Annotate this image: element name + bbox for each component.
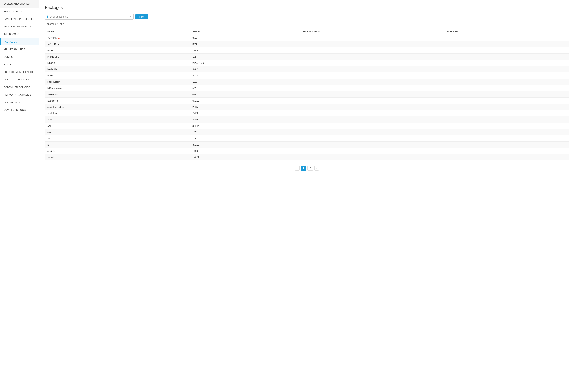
table-row[interactable]: alsa-lib1.0.22: [45, 154, 569, 161]
table-row[interactable]: audit2.4.5: [45, 116, 569, 123]
package-architecture: [300, 104, 445, 110]
sort-icon-publisher: ↑↓: [459, 30, 462, 33]
pagination-page-1[interactable]: 1: [301, 166, 306, 171]
sidebar-item-interfaces[interactable]: INTERFACES: [0, 30, 39, 38]
table-body: PyYAML▲3.10MAKEDEV3.24bzip21.0.5bridge-u…: [45, 35, 569, 161]
package-publisher: [445, 104, 569, 110]
clear-icon[interactable]: ✕: [129, 15, 132, 18]
package-architecture: [300, 135, 445, 142]
package-name: b43-openfwwf: [45, 85, 190, 91]
package-publisher: [445, 123, 569, 129]
package-name: avahi-libs: [45, 91, 190, 98]
table-row[interactable]: PyYAML▲3.10: [45, 35, 569, 41]
sort-icon-name: ↑↓: [55, 30, 57, 33]
package-name: audit: [45, 116, 190, 123]
package-publisher: [445, 79, 569, 85]
table-row[interactable]: binutils2.20.51.0.2: [45, 60, 569, 66]
package-version: 5.2: [190, 85, 300, 91]
main-content: Packages ℹ ✕ Filter Displaying 22 of 22 …: [39, 0, 575, 392]
pagination-next[interactable]: ›: [314, 166, 319, 171]
package-version: 3.24: [190, 41, 300, 47]
package-version: 3.1.10: [190, 142, 300, 148]
pagination: ‹12›: [45, 166, 569, 171]
package-architecture: [300, 54, 445, 60]
table-row[interactable]: atop1.27: [45, 129, 569, 135]
package-architecture: [300, 60, 445, 66]
filter-bar: ℹ ✕ Filter: [45, 14, 569, 20]
package-architecture: [300, 116, 445, 123]
table-row[interactable]: bridge-utils1.2: [45, 54, 569, 60]
sidebar-item-enforcement-health[interactable]: ENFORCEMENT HEALTH: [0, 68, 39, 76]
table-row[interactable]: attr2.4.44: [45, 123, 569, 129]
col-header-version[interactable]: Version ↑↓: [190, 28, 300, 35]
sidebar-item-network-anomalies[interactable]: NETWORK ANOMALIES: [0, 91, 39, 98]
sidebar-item-container-policies[interactable]: CONTAINER POLICIES: [0, 83, 39, 91]
col-header-publisher[interactable]: Publisher ↑↓: [445, 28, 569, 35]
sort-icon-architecture: ↑↓: [318, 30, 320, 33]
sidebar-item-concrete-policies[interactable]: CONCRETE POLICIES: [0, 76, 39, 83]
package-version: 4.1.2: [190, 72, 300, 79]
table-row[interactable]: atk1.30.0: [45, 135, 569, 142]
sidebar: LABELS AND SCOPESAGENT HEALTHLONG LIVED …: [0, 0, 39, 392]
package-name: bridge-utils: [45, 54, 190, 60]
package-publisher: [445, 148, 569, 154]
package-name: attr: [45, 123, 190, 129]
package-version: 1.0.5: [190, 47, 300, 54]
package-version: 9.8.2: [190, 66, 300, 72]
sidebar-item-labels-and-scopes[interactable]: LABELS AND SCOPES: [0, 0, 39, 8]
table-row[interactable]: audit-libs-python2.4.5: [45, 104, 569, 110]
sidebar-item-stats[interactable]: STATS: [0, 61, 39, 68]
sidebar-item-vulnerabilities[interactable]: VULNERABILITIES: [0, 46, 39, 53]
sidebar-item-long-lived-processes[interactable]: LONG LIVED PROCESSES: [0, 15, 39, 23]
table-row[interactable]: at3.1.10: [45, 142, 569, 148]
package-name: binutils: [45, 60, 190, 66]
table-row[interactable]: bind-utils9.8.2: [45, 66, 569, 72]
table-row[interactable]: audit-libs2.4.5: [45, 110, 569, 116]
sidebar-item-packages[interactable]: PACKAGES: [0, 38, 39, 46]
package-name: bash: [45, 72, 190, 79]
col-header-architecture[interactable]: Architecture ↑↓: [300, 28, 445, 35]
package-architecture: [300, 72, 445, 79]
package-publisher: [445, 47, 569, 54]
col-header-name[interactable]: Name ↑↓: [45, 28, 190, 35]
table-row[interactable]: basesystem10.0: [45, 79, 569, 85]
sidebar-item-process-snapshots[interactable]: PROCESS SNAPSHOTS: [0, 23, 39, 30]
package-architecture: [300, 142, 445, 148]
table-row[interactable]: bash4.1.2: [45, 72, 569, 79]
package-publisher: [445, 66, 569, 72]
table-row[interactable]: authconfig6.1.12: [45, 98, 569, 104]
package-version: 0.6.25: [190, 91, 300, 98]
package-version: 1.9.6: [190, 148, 300, 154]
filter-input[interactable]: [49, 15, 129, 18]
package-name: PyYAML▲: [45, 35, 190, 41]
package-architecture: [300, 110, 445, 116]
table-header-row: Name ↑↓Version ↑↓Architecture ↑↓Publishe…: [45, 28, 569, 35]
sidebar-item-agent-health[interactable]: AGENT HEALTH: [0, 8, 39, 15]
package-publisher: [445, 54, 569, 60]
filter-button[interactable]: Filter: [135, 14, 148, 20]
table-row[interactable]: ansible1.9.6: [45, 148, 569, 154]
package-name: bzip2: [45, 47, 190, 54]
package-architecture: [300, 154, 445, 161]
table-row[interactable]: avahi-libs0.6.25: [45, 91, 569, 98]
package-name: at: [45, 142, 190, 148]
package-version: 6.1.12: [190, 98, 300, 104]
package-name: ansible: [45, 148, 190, 154]
package-name: bind-utils: [45, 66, 190, 72]
package-publisher: [445, 135, 569, 142]
package-publisher: [445, 91, 569, 98]
sidebar-item-download-logs[interactable]: DOWNLOAD LOGS: [0, 106, 39, 114]
table-row[interactable]: b43-openfwwf5.2: [45, 85, 569, 91]
table-row[interactable]: bzip21.0.5: [45, 47, 569, 54]
package-name: atk: [45, 135, 190, 142]
package-name: basesystem: [45, 79, 190, 85]
table-row[interactable]: MAKEDEV3.24: [45, 41, 569, 47]
pagination-prev[interactable]: ‹: [295, 166, 299, 171]
package-version: 10.0: [190, 79, 300, 85]
pagination-page-2[interactable]: 2: [308, 166, 313, 171]
package-publisher: [445, 35, 569, 41]
sort-icon-version: ↑↓: [203, 30, 205, 33]
info-icon: ℹ: [47, 15, 48, 18]
sidebar-item-file-hashes[interactable]: FILE HASHES: [0, 98, 39, 106]
sidebar-item-config[interactable]: CONFIG: [0, 53, 39, 61]
